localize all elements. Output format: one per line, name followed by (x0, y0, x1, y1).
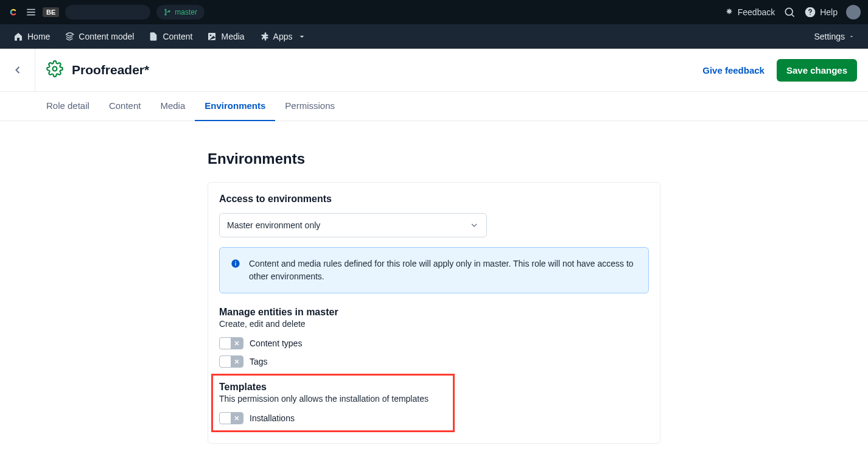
nav-content-model-label: Content model (79, 32, 134, 41)
nav-settings[interactable]: Settings (808, 28, 861, 45)
toggle-tags[interactable] (219, 355, 243, 368)
branch-selector[interactable]: master (156, 5, 205, 19)
primary-nav: Home Content model Content Media Apps Se… (0, 24, 868, 49)
save-changes-button[interactable]: Save changes (777, 59, 857, 82)
role-gear-icon (46, 60, 63, 80)
nav-settings-label: Settings (814, 32, 845, 41)
main-content: Environments Access to environments Mast… (200, 150, 668, 444)
toggle-row-installations: Installations (219, 412, 447, 424)
nav-home[interactable]: Home (7, 28, 56, 45)
space-selector[interactable] (65, 5, 150, 19)
tab-media[interactable]: Media (150, 92, 195, 121)
tab-environments[interactable]: Environments (195, 92, 275, 121)
toggle-content-types[interactable] (219, 337, 243, 349)
feedback-button[interactable]: Feedback (724, 7, 775, 17)
branch-name: master (175, 8, 197, 16)
nav-content-label: Content (163, 32, 192, 41)
nav-media[interactable]: Media (201, 28, 250, 45)
nav-content[interactable]: Content (142, 28, 198, 45)
select-value: Master environment only (227, 220, 320, 230)
manage-desc: Create, edit and delete (219, 319, 649, 329)
back-button[interactable] (0, 49, 35, 91)
contentful-logo-icon[interactable] (7, 6, 19, 18)
tab-role-detail[interactable]: Role detail (37, 92, 99, 121)
info-icon (231, 259, 240, 283)
toggle-installations-label: Installations (250, 413, 295, 423)
svg-point-15 (235, 261, 236, 262)
page-header: Proofreader* Give feedback Save changes (0, 49, 868, 92)
access-heading: Access to environments (219, 194, 649, 205)
chevron-down-icon (849, 33, 855, 40)
svg-point-9 (810, 14, 811, 15)
toggle-content-types-label: Content types (250, 338, 302, 348)
svg-rect-14 (235, 263, 236, 266)
templates-desc: This permission only allows the installa… (219, 394, 447, 404)
avatar[interactable] (846, 5, 861, 19)
nav-media-label: Media (221, 32, 244, 41)
svg-point-11 (210, 35, 212, 37)
nav-apps-label: Apps (273, 32, 293, 41)
help-label: Help (820, 7, 838, 17)
feedback-label: Feedback (738, 7, 775, 17)
space-badge[interactable]: BE (43, 7, 59, 17)
tab-content[interactable]: Content (99, 92, 151, 121)
toggle-row-content-types: Content types (219, 337, 649, 349)
toggle-installations[interactable] (219, 412, 243, 424)
info-text: Content and media rules defined for this… (249, 257, 637, 283)
tabs: Role detail Content Media Environments P… (0, 92, 868, 121)
nav-apps[interactable]: Apps (253, 28, 313, 45)
menu-icon[interactable] (26, 7, 37, 18)
svg-point-4 (165, 14, 166, 15)
page-title: Proofreader* (72, 63, 149, 77)
templates-heading: Templates (219, 382, 447, 393)
chevron-down-icon (297, 32, 307, 41)
info-note: Content and media rules defined for this… (219, 247, 649, 293)
svg-point-12 (53, 67, 57, 71)
manage-heading: Manage entities in master (219, 307, 649, 318)
section-heading: Environments (208, 150, 660, 167)
tab-permissions[interactable]: Permissions (275, 92, 345, 121)
svg-point-3 (165, 9, 166, 10)
svg-line-7 (792, 15, 794, 17)
top-bar: BE master Feedback Help (0, 0, 868, 24)
chevron-down-icon (469, 220, 479, 230)
templates-highlight: Templates This permission only allows th… (211, 374, 455, 432)
search-icon[interactable] (783, 6, 796, 18)
environments-card: Access to environments Master environmen… (208, 182, 660, 444)
toggle-row-tags: Tags (219, 355, 649, 368)
nav-content-model[interactable]: Content model (58, 28, 140, 45)
toggle-tags-label: Tags (250, 357, 268, 366)
give-feedback-link[interactable]: Give feedback (702, 65, 765, 75)
environment-select[interactable]: Master environment only (219, 213, 487, 237)
nav-home-label: Home (27, 32, 50, 41)
svg-point-6 (786, 8, 793, 15)
help-button[interactable]: Help (804, 6, 838, 18)
